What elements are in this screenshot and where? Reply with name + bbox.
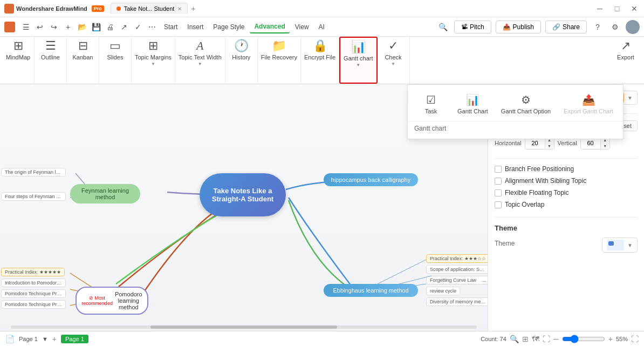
redo-button[interactable]: ↪: [47, 21, 60, 33]
print-icon[interactable]: 🖨: [104, 21, 117, 33]
sub-four-steps: Four steps of Feynman learning method: [1, 192, 66, 201]
topic-text-width-label: Topic Text Width: [179, 54, 222, 61]
export-icon[interactable]: ↗: [118, 21, 131, 33]
gantt-chart-sub-icon: 📊: [466, 93, 479, 106]
page-dropdown-arrow[interactable]: ▼: [42, 336, 48, 342]
branch-free-checkbox[interactable]: [495, 166, 502, 173]
h-scrollbar[interactable]: [11, 325, 477, 329]
theme-selector[interactable]: ▼: [602, 238, 638, 253]
menubar: ☰ ↩ ↪ + 📂 💾 🖨 ↗ ✓ ⋯ Start Insert Page St…: [0, 17, 644, 37]
gantt-dropdown: ☑ Task 📊 Gantt Chart ⚙ Gantt Chart Optio…: [407, 84, 624, 139]
layout-dropdown-arrow: ▼: [627, 95, 633, 101]
add-tab-button[interactable]: +: [188, 3, 198, 14]
encrypt-file-icon: 🔒: [313, 40, 327, 52]
gantt-option-icon: ⚙: [521, 93, 531, 106]
hippocampus-node[interactable]: hippocampus back calligraphy: [324, 173, 418, 186]
alignment-sibling-checkbox[interactable]: [495, 178, 502, 185]
pitch-icon: 📽: [461, 23, 468, 31]
close-button[interactable]: ✕: [629, 4, 640, 13]
gantt-chart-label: Gantt chart: [344, 55, 373, 62]
sub-intro-pomodoro: Introduction to Pomodoro Technique: [1, 279, 66, 287]
fit-page-icon[interactable]: ⛶: [631, 335, 639, 343]
menu-insert[interactable]: Insert: [183, 21, 208, 33]
undo-button[interactable]: ↩: [33, 21, 46, 33]
zoom-in-button[interactable]: +: [608, 335, 613, 343]
ribbon-topic-text-width[interactable]: A Topic Text Width ▼: [175, 37, 225, 84]
active-page-tab[interactable]: Page 1: [61, 335, 88, 343]
ribbon-mindmap[interactable]: ⊞ MindMap: [2, 37, 35, 84]
open-icon[interactable]: 📂: [76, 21, 88, 33]
settings-icon[interactable]: ⚙: [608, 21, 621, 33]
h-scrollbar-thumb[interactable]: [150, 325, 337, 329]
zoom-slider[interactable]: [562, 335, 605, 343]
menu-hamburger-icon[interactable]: ☰: [19, 21, 32, 33]
export-gantt-item[interactable]: 📤 Export Gantt Chart: [558, 91, 619, 117]
theme-sub-label: Theme: [495, 240, 515, 247]
topic-margins-icon: ⊞: [148, 40, 158, 52]
ribbon-history[interactable]: 🕐 History: [225, 37, 258, 84]
gantt-sub-row: ☑ Task 📊 Gantt Chart ⚙ Gantt Chart Optio…: [408, 89, 623, 119]
ribbon-encrypt-file[interactable]: 🔒 Encrypt File: [301, 37, 339, 84]
save-icon[interactable]: 💾: [90, 21, 102, 33]
tab-close-button[interactable]: ✕: [177, 6, 182, 12]
help-icon[interactable]: ?: [591, 21, 604, 33]
zoom-out-button[interactable]: ─: [553, 335, 559, 343]
ribbon-outline[interactable]: ☰ Outline: [35, 37, 67, 84]
export-gantt-icon: 📤: [582, 93, 595, 106]
outline-label: Outline: [41, 54, 60, 61]
publish-label: Publish: [513, 23, 534, 31]
gantt-option-label: Gantt Chart Option: [501, 108, 551, 114]
check-icon[interactable]: ✓: [132, 21, 145, 33]
ribbon-slides[interactable]: ▭ Slides: [99, 37, 132, 84]
publish-button[interactable]: 📤 Publish: [496, 21, 541, 33]
ribbon-topic-margins[interactable]: ⊞ Topic Margins ▼: [132, 37, 175, 84]
menu-ai[interactable]: AI: [314, 21, 329, 33]
menu-start[interactable]: Start: [160, 21, 182, 33]
share-button[interactable]: 🔗 Share: [545, 21, 587, 33]
user-avatar[interactable]: [626, 20, 640, 34]
gantt-chart-option-item[interactable]: ⚙ Gantt Chart Option: [496, 91, 556, 117]
sub-practical-ebb: Practical Index: ★★★☆☆: [426, 254, 488, 263]
menu-page-style[interactable]: Page Style: [209, 21, 249, 33]
minimize-button[interactable]: ─: [594, 4, 605, 13]
sub-diversity: Diversity of memory methods: [426, 297, 488, 306]
more-icon[interactable]: ⋯: [146, 21, 159, 33]
current-tab[interactable]: Take Not... Student ✕: [111, 3, 188, 14]
ribbon-kanban[interactable]: ⊟ Kanban: [67, 37, 99, 84]
fullscreen-icon[interactable]: ⛶: [543, 335, 550, 343]
gantt-chart-sub-item[interactable]: 📊 Gantt Chart: [452, 91, 494, 117]
grid-icon[interactable]: ⊞: [522, 335, 529, 343]
flexible-floating-checkbox[interactable]: [495, 189, 502, 196]
gantt-dropdown-title: Gantt chart: [408, 121, 623, 134]
task-icon: ☑: [426, 93, 436, 106]
add-page-button[interactable]: +: [52, 335, 57, 343]
ribbon-export[interactable]: ↗ Export: [609, 37, 642, 84]
vertical-input[interactable]: [581, 139, 600, 147]
ebbinghaus-node[interactable]: Ebbinghaus learning method: [324, 284, 418, 297]
vertical-down[interactable]: ▼: [601, 143, 609, 149]
central-topic[interactable]: Take Notes Like a Straight-A Student: [200, 173, 286, 216]
pitch-button[interactable]: 📽 Pitch: [454, 21, 491, 33]
ribbon-file-recovery[interactable]: 📁 File Recovery: [258, 37, 301, 84]
horizontal-input[interactable]: [525, 139, 545, 147]
gantt-task-item[interactable]: ☑ Task: [412, 91, 450, 117]
new-file-icon[interactable]: +: [61, 21, 74, 33]
feynman-node[interactable]: Feynman learning method: [70, 184, 140, 203]
topic-overlap-checkbox[interactable]: [495, 201, 502, 208]
menu-view[interactable]: View: [291, 21, 313, 33]
fit-icon[interactable]: 🔍: [510, 335, 519, 343]
search-icon[interactable]: 🔍: [437, 21, 450, 33]
maximize-button[interactable]: □: [612, 4, 622, 13]
ribbon-gantt-chart[interactable]: 📊 Gantt chart ▼: [339, 37, 377, 84]
pitch-label: Pitch: [470, 23, 484, 31]
vertical-label: Vertical: [558, 140, 577, 146]
ribbon-check[interactable]: ✓ Check ▼: [378, 37, 410, 84]
file-recovery-label: File Recovery: [261, 54, 297, 61]
map-icon[interactable]: 🗺: [532, 335, 539, 343]
slides-icon: ▭: [109, 40, 121, 52]
sub-review: review cycle: [426, 287, 460, 295]
menu-advanced[interactable]: Advanced: [250, 21, 289, 33]
pomodoro-node[interactable]: ⊘ Most recommended Pomodoro learning met…: [76, 287, 148, 315]
sub-process-pomodoro: Pomodoro Technique Process: [1, 300, 66, 309]
horizontal-down[interactable]: ▼: [545, 143, 554, 149]
